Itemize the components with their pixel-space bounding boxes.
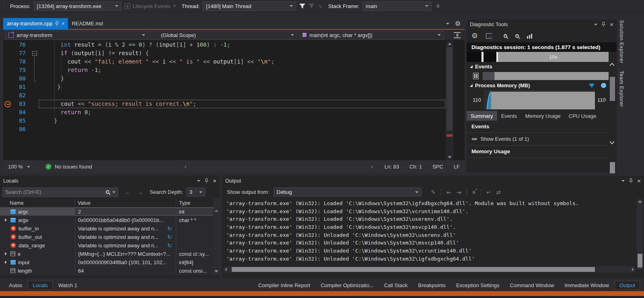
show-events-link[interactable]: ◆◆◆ Show Events (1 of 1) — [467, 133, 608, 146]
fold-margin[interactable] — [31, 83, 39, 91]
code-line[interactable]: 78 cout << "fail; element " << i << " is… — [3, 58, 465, 66]
locals-row[interactable]: data_rangeVariable is optimized away and… — [0, 241, 220, 250]
refresh-icon[interactable]: ↻ — [167, 234, 172, 240]
code-text[interactable]: } — [39, 83, 445, 91]
next-message-icon[interactable]: ⇥ — [457, 189, 461, 195]
space-mode-indicator[interactable]: SPC — [432, 164, 443, 170]
pin-icon[interactable] — [205, 178, 208, 183]
window-menu-icon[interactable] — [197, 180, 200, 182]
previous-message-icon[interactable]: ⇤ — [446, 189, 451, 195]
thread-dropdown[interactable]: [1480] Main Thread — [203, 2, 296, 11]
scroll-left-icon[interactable] — [225, 268, 227, 271]
split-window-icon[interactable] — [454, 32, 461, 38]
tab-memory-usage[interactable]: Memory Usage — [521, 111, 564, 121]
locals-row[interactable]: buffer_outVariable is optimized away and… — [0, 233, 220, 241]
breakpoint-margin[interactable] — [3, 83, 12, 91]
tab-watch-1[interactable]: Watch 1 — [53, 281, 82, 290]
zoom-dropdown[interactable]: 100 % — [8, 164, 33, 170]
close-icon[interactable]: × — [637, 178, 641, 184]
search-icon[interactable] — [106, 190, 109, 194]
tab-breakpoints[interactable]: Breakpoints — [413, 281, 451, 290]
tab-exception-settings[interactable]: Exception Settings — [451, 281, 504, 290]
tab-array-transform-cpp[interactable]: array-transform.cpp × — [3, 18, 68, 29]
tab-cpu-usage[interactable]: CPU Usage — [565, 111, 601, 121]
scroll-left-icon[interactable] — [184, 165, 186, 169]
diagnostics-timeline[interactable]: 10s — [467, 52, 609, 62]
scrollbar-thumb[interactable] — [232, 267, 595, 272]
code-text[interactable]: cout << "success; result is correct.\n"; — [39, 100, 445, 108]
pin-icon[interactable] — [629, 178, 633, 183]
search-depth-dropdown[interactable]: 3 — [186, 187, 206, 197]
tab-immediate-window[interactable]: Immediate Window — [560, 281, 614, 290]
breakpoint-margin[interactable] — [3, 108, 12, 117]
diagnostic-tools-title-bar[interactable]: Diagnostic Tools × — [467, 19, 617, 29]
search-input[interactable] — [5, 189, 103, 195]
code-line[interactable]: 82 — [3, 91, 465, 100]
breakpoint-margin[interactable] — [3, 74, 12, 83]
fold-margin[interactable] — [31, 100, 39, 108]
zoom-in-icon[interactable]: + — [504, 34, 507, 38]
line-ending-indicator[interactable]: LF — [454, 164, 460, 170]
code-text[interactable]: cout << "fail; element " << i << " is " … — [39, 58, 445, 66]
output-source-dropdown[interactable]: Debug — [274, 187, 422, 197]
expand-arrow[interactable] — [3, 218, 8, 222]
tab-events[interactable]: Events — [497, 111, 521, 121]
code-editor[interactable]: 76 int result = (i % 2 == 0) ? (input[i]… — [3, 41, 465, 160]
code-line[interactable]: 84 return 0; — [3, 108, 465, 117]
tab-readme-md[interactable]: README.md — [68, 18, 106, 29]
events-section-header[interactable]: Events — [467, 62, 617, 71]
breakpoint-margin[interactable] — [3, 58, 12, 66]
expand-arrow[interactable] — [3, 261, 8, 264]
output-horizontal-scrollbar[interactable] — [224, 266, 635, 273]
toolbar-grip[interactable] — [3, 2, 5, 10]
scroll-up-icon[interactable] — [609, 63, 615, 68]
scroll-right-icon[interactable] — [632, 268, 634, 271]
refresh-icon[interactable]: ↻ — [167, 243, 172, 249]
window-menu-icon[interactable] — [594, 24, 597, 25]
collapse-icon[interactable] — [470, 84, 473, 87]
pin-icon[interactable] — [602, 22, 605, 27]
tab-summary[interactable]: Summary — [467, 111, 497, 121]
output-vertical-scrollbar[interactable] — [637, 199, 643, 270]
timeline-selected-range[interactable]: 10s — [498, 52, 609, 62]
pin-icon[interactable] — [55, 21, 59, 26]
scope-dropdown[interactable]: (Global Scope) — [150, 31, 297, 40]
tab-output[interactable]: Output — [615, 281, 640, 290]
export-icon[interactable] — [486, 33, 492, 39]
breakpoint-margin[interactable] — [3, 66, 12, 74]
code-line[interactable]: 79 return -1; — [3, 66, 465, 74]
stack-frame-dropdown[interactable]: main — [362, 2, 432, 11]
fold-margin[interactable] — [31, 91, 39, 100]
locals-row[interactable]: e{MMsg={...} MCLErr=??? MContext=?...con… — [0, 250, 220, 258]
scroll-up-icon[interactable] — [214, 210, 218, 212]
breakpoint-margin[interactable] — [3, 91, 12, 100]
search-box[interactable] — [2, 187, 118, 197]
tab-solution-explorer[interactable]: Solution Explorer — [619, 20, 625, 64]
locals-row[interactable]: input0x00000009034ff8a0 {100, 101, 102..… — [0, 258, 220, 267]
editor-vertical-scrollbar[interactable] — [446, 41, 453, 160]
fold-margin[interactable] — [31, 41, 39, 49]
close-icon[interactable]: × — [213, 178, 216, 184]
settings-gear-icon[interactable]: ⚙ — [471, 32, 478, 39]
code-line[interactable]: 81 } — [3, 83, 465, 91]
scroll-up-icon[interactable] — [448, 43, 452, 45]
code-line[interactable]: 80 } — [3, 74, 465, 83]
code-text[interactable] — [39, 125, 445, 134]
toolbar-overflow-icon[interactable] — [436, 5, 440, 8]
code-text[interactable] — [39, 91, 445, 100]
editor-horizontal-scrollbar[interactable] — [184, 164, 373, 170]
process-dropdown[interactable]: [13264] array-transform.exe — [34, 2, 121, 11]
close-icon[interactable]: × — [610, 21, 613, 27]
code-text[interactable]: if (output[i] != result) { — [39, 49, 445, 58]
code-line[interactable]: →83 cout << "success; result is correct.… — [3, 100, 465, 108]
code-text[interactable]: } — [39, 117, 445, 125]
code-line[interactable]: 77− if (output[i] != result) { — [3, 49, 465, 58]
project-dropdown[interactable]: array-transform — [5, 31, 148, 40]
forward-arrow-icon[interactable]: → — [137, 189, 143, 195]
events-track-bar[interactable] — [483, 72, 609, 80]
fold-margin[interactable]: − — [31, 49, 39, 58]
collapse-region-icon[interactable]: − — [32, 51, 37, 56]
code-text[interactable]: return -1; — [39, 66, 445, 74]
scroll-down-icon[interactable] — [609, 139, 615, 144]
create-filter-icon[interactable]: ✎ — [431, 189, 436, 195]
